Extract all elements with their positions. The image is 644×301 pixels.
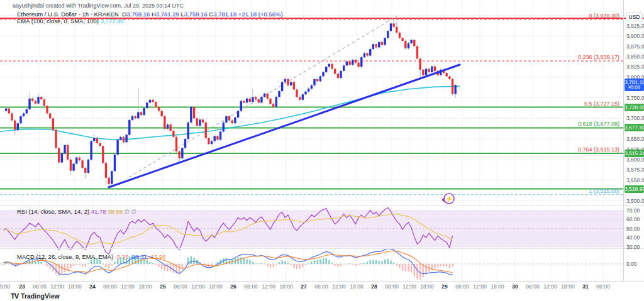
candle-body	[325, 67, 327, 72]
macd-histogram-bar	[79, 264, 80, 265]
candle-body	[337, 74, 339, 78]
macd-histogram-bar	[3, 264, 4, 265]
macd-histogram-bar	[108, 264, 109, 268]
candle-body	[445, 73, 447, 76]
interval-label: 1h	[82, 11, 89, 18]
candle-body	[105, 163, 107, 178]
candle-body	[123, 137, 125, 143]
macd-histogram-bar	[76, 264, 77, 265]
price-tick-label: 3,500.00	[626, 198, 644, 204]
macd-histogram-bar	[316, 260, 318, 264]
price-axis[interactable]: 3,925.003,900.003,875.003,850.003,825.00…	[623, 0, 644, 281]
macd-histogram-bar	[425, 264, 426, 275]
macd-histogram-bar	[302, 264, 303, 267]
time-label-day: 25	[160, 283, 165, 290]
candle-body	[422, 70, 424, 75]
time-label-hour: 18:00	[561, 283, 574, 290]
time-label-day: 26	[230, 283, 236, 290]
level-price-badge: 3,615.24	[625, 150, 644, 157]
macd-histogram-bar	[305, 264, 306, 265]
macd-histogram-bar	[147, 260, 148, 264]
macd-histogram-bar	[387, 259, 389, 264]
candle-body	[296, 89, 297, 97]
time-label-hour: 12:00	[121, 283, 134, 290]
candle-body	[152, 100, 153, 102]
macd-histogram-bar	[361, 263, 362, 264]
candle-body	[114, 155, 116, 171]
candle-body	[184, 139, 186, 148]
candle-body	[396, 27, 397, 33]
indicator-tick-label: 40.00	[626, 234, 640, 241]
candle-body	[158, 107, 160, 111]
macd-histogram-bar	[290, 264, 291, 265]
macd-label: MACD (12, 26, close, 9, EMA, EMA)	[17, 253, 113, 260]
candle-body	[137, 112, 139, 118]
macd-histogram-bar	[352, 264, 353, 265]
candle-body	[108, 178, 109, 184]
candle-body	[19, 116, 21, 123]
candle-body	[434, 67, 436, 71]
candle-body	[72, 164, 74, 171]
candle-body	[31, 99, 33, 101]
price-tick-label: 3,550.00	[626, 177, 644, 183]
candle-body	[419, 58, 421, 70]
candle-body	[90, 141, 92, 160]
ema-legend[interactable]: EMA (100, close, 0, SMA, 100) 3,777.80	[17, 18, 124, 25]
candle-body	[401, 38, 403, 41]
macd-histogram-bar	[393, 263, 394, 264]
time-label-hour: 18:00	[138, 283, 152, 290]
candle-body	[172, 131, 174, 137]
ema-value: 3,777.80	[101, 18, 124, 25]
candle-body	[311, 85, 313, 89]
candle-body	[346, 62, 348, 66]
fib-level-label: 0.5 (3,727.15)	[584, 101, 619, 107]
macd-histogram-bar	[437, 264, 438, 267]
candle-body	[243, 101, 245, 103]
macd-legend[interactable]: MACD (12, 26, close, 9, EMA, EMA) -5.35 …	[17, 253, 166, 260]
macd-histogram-bar	[246, 259, 247, 264]
candle-body	[87, 160, 89, 173]
candle-body	[119, 137, 121, 140]
candle-body	[290, 82, 292, 85]
candle-body	[35, 101, 36, 104]
candle-body	[175, 137, 177, 151]
candle-body	[404, 41, 406, 48]
candle-body	[448, 76, 450, 79]
macd-histogram-bar	[184, 264, 186, 265]
time-label-hour: 12:00	[332, 283, 345, 290]
candle-body	[193, 107, 195, 118]
macd-histogram-bar	[358, 264, 359, 265]
main-chart-canvas[interactable]: ⚡	[0, 0, 644, 281]
time-axis[interactable]: 5:002306:0012:0018:002406:0012:0018:0025…	[0, 281, 644, 290]
candle-body	[23, 113, 25, 116]
candle-body	[399, 33, 401, 38]
last-price-badge: 3,781.1845:08	[625, 79, 644, 91]
time-label-hour: 18:00	[350, 283, 363, 290]
macd-histogram-bar	[161, 264, 162, 269]
macd-histogram-bar	[158, 264, 159, 267]
macd-histogram-bar	[390, 261, 391, 264]
macd-histogram-bar	[287, 263, 289, 264]
symbol-legend[interactable]: Ethereum / U.S. Dollar - 1h - KRAKEN O3,…	[17, 11, 283, 18]
candle-body	[384, 38, 386, 45]
candle-body	[102, 146, 104, 163]
usd-button[interactable]: USD	[626, 13, 643, 21]
candle-body	[231, 121, 233, 124]
level-price-badge: 3,728.00	[625, 104, 644, 111]
candle-body	[428, 69, 430, 72]
candle-body	[352, 60, 353, 65]
macd-histogram-bar	[249, 260, 250, 264]
ascending-trendline[interactable]	[109, 65, 460, 187]
candle-body	[228, 116, 230, 121]
tradingview-logo[interactable]: TV TradingView	[11, 292, 60, 300]
candle-body	[360, 57, 362, 67]
macd-histogram-bar	[411, 264, 412, 273]
macd-histogram-bar	[419, 264, 421, 280]
price-tick-label: 3,825.00	[626, 63, 644, 70]
macd-histogram-bar	[55, 264, 57, 274]
rsi-legend[interactable]: RSI (14, close, SMA, 14, 2) 41.78 38.58 …	[17, 208, 136, 215]
macd-histogram-bar	[70, 264, 71, 268]
candle-body	[199, 119, 201, 126]
candle-body	[304, 92, 306, 95]
candle-body	[205, 123, 207, 138]
